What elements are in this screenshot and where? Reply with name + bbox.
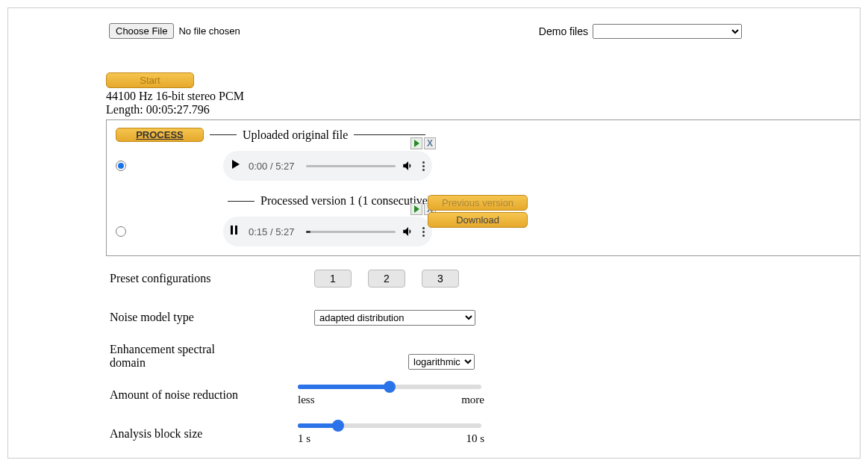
time-display-original: 0:00 / 5:27	[249, 161, 294, 172]
demo-files-select[interactable]	[593, 24, 742, 39]
legend-original-label: Uploaded original file	[243, 128, 348, 142]
divider-line	[210, 134, 237, 135]
play-icon[interactable]	[231, 160, 243, 172]
download-button[interactable]: Download	[428, 212, 528, 228]
block-size-slider[interactable]	[298, 423, 481, 428]
divider-line	[228, 201, 255, 202]
mini-close-button[interactable]: X	[424, 137, 436, 149]
slider-max-label: more	[461, 394, 484, 406]
divider-line	[354, 134, 425, 135]
block-size-label: Analysis block size	[110, 427, 298, 441]
kebab-menu-icon[interactable]	[422, 161, 425, 171]
audio-length-text: Length: 00:05:27.796	[106, 103, 860, 116]
mini-play-button[interactable]	[410, 137, 422, 149]
player-panel: PROCESS Uploaded original file X 0:00 / …	[106, 119, 861, 256]
progress-bar-original[interactable]	[306, 165, 396, 167]
previous-version-button[interactable]: Previous version	[428, 195, 528, 211]
kebab-menu-icon[interactable]	[422, 227, 425, 237]
preset-3-button[interactable]: 3	[422, 270, 459, 288]
spectral-domain-select[interactable]: logarithmic	[408, 354, 475, 370]
legend-processed-label: Processed version 1 (1 consecutive)	[260, 194, 431, 208]
select-processed-radio[interactable]	[116, 226, 126, 237]
noise-model-type-label: Noise model type	[110, 311, 298, 324]
volume-icon[interactable]	[402, 225, 415, 238]
progress-bar-processed[interactable]	[306, 231, 396, 233]
audio-player-original: X 0:00 / 5:27	[223, 151, 432, 181]
audio-format-text: 44100 Hz 16-bit stereo PCM	[106, 90, 860, 103]
spectral-domain-label: Enhancement spectral domain	[110, 343, 298, 370]
slider-min-label: less	[298, 394, 315, 406]
noise-reduction-slider[interactable]	[298, 385, 481, 389]
select-original-radio[interactable]	[116, 161, 126, 171]
audio-player-processed: X 0:15 / 5:27	[223, 217, 432, 246]
time-display-processed: 0:15 / 5:27	[249, 226, 294, 237]
slider-min-label: 1 s	[298, 432, 310, 445]
process-button[interactable]: PROCESS	[116, 128, 204, 142]
volume-icon[interactable]	[402, 159, 415, 173]
choose-file-button[interactable]: Choose File	[109, 23, 174, 39]
preset-configurations-label: Preset configurations	[110, 272, 298, 285]
slider-max-label: 10 s	[466, 432, 484, 445]
pause-icon[interactable]	[231, 226, 243, 237]
noise-model-type-select[interactable]: adapted distribution	[314, 310, 475, 326]
demo-files-label: Demo files	[539, 25, 588, 37]
mini-play-button[interactable]	[410, 203, 422, 215]
preset-1-button[interactable]: 1	[314, 270, 352, 288]
noise-reduction-label: Amount of noise reduction	[110, 388, 298, 402]
start-button[interactable]: Start	[106, 72, 194, 88]
file-status-text: No file chosen	[178, 25, 240, 37]
preset-2-button[interactable]: 2	[368, 270, 405, 288]
